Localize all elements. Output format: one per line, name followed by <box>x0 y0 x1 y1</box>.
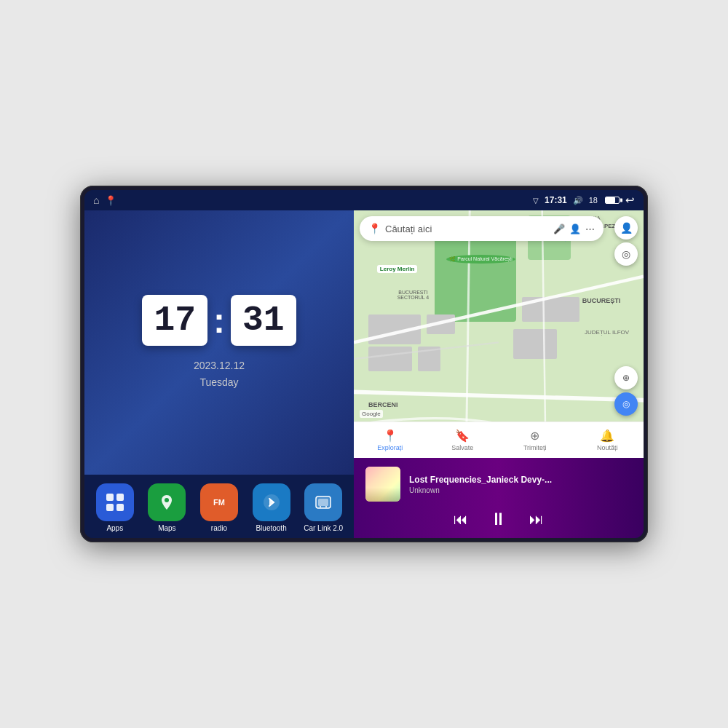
map-layers-btn[interactable]: ◎ <box>614 242 638 266</box>
svg-rect-3 <box>116 504 124 511</box>
apps-label: Apps <box>106 524 123 532</box>
map-nav-saved[interactable]: 🔖 Salvate <box>427 422 499 458</box>
status-left-icons: ⌂ 📍 <box>93 194 116 206</box>
music-controls: ⏮ ⏸ ⏭ <box>365 509 632 529</box>
map-search-extra[interactable]: ⋯ <box>585 223 595 234</box>
map-nav-news[interactable]: 🔔 Noutăți <box>571 422 644 458</box>
saved-icon: 🔖 <box>455 429 470 443</box>
car-head-unit: ⌂ 📍 ▽ 17:31 🔊 18 ↩ 17 <box>80 186 648 542</box>
carlink-icon <box>304 483 342 521</box>
clock-date: 2023.12.12 Tuesday <box>194 357 245 390</box>
music-info-row: Lost Frequencies_Janieck Devy-... Unknow… <box>365 467 632 502</box>
status-right-info: ▽ 17:31 🔊 18 ↩ <box>533 194 635 207</box>
share-icon: ⊕ <box>530 429 539 443</box>
svg-rect-0 <box>106 494 114 501</box>
map-nav-share[interactable]: ⊕ Trimiteți <box>499 422 571 458</box>
explore-icon: 📍 <box>383 429 397 443</box>
svg-rect-7 <box>318 499 328 506</box>
music-player: Lost Frequencies_Janieck Devy-... Unknow… <box>354 458 644 538</box>
clock-widget: 17 : 31 2023.12.12 Tuesday <box>84 210 354 475</box>
left-panel: 17 : 31 2023.12.12 Tuesday <box>84 210 354 538</box>
svg-point-4 <box>165 498 169 502</box>
volume-icon: 🔊 <box>573 196 583 205</box>
svg-rect-1 <box>116 494 124 501</box>
sector4-label: BUCUREȘTISECTORUL 4 <box>397 290 430 300</box>
battery-icon <box>605 197 620 204</box>
map-search-right-icons: 🎤 👤 ⋯ <box>553 223 595 234</box>
map-account-btn[interactable]: 👤 <box>614 216 638 240</box>
right-panel: TRAPEZULUI UZANA BERCENI BUCUREȘTI JUDEȚ… <box>354 210 644 538</box>
account-icon[interactable]: 👤 <box>569 223 581 234</box>
back-icon[interactable]: ↩ <box>625 194 635 207</box>
map-background: TRAPEZULUI UZANA BERCENI BUCUREȘTI JUDEȚ… <box>354 210 644 458</box>
clock-display: 17 : 31 <box>142 295 296 346</box>
news-icon: 🔔 <box>600 429 614 443</box>
main-content: 17 : 31 2023.12.12 Tuesday <box>84 210 644 538</box>
bluetooth-label: Bluetooth <box>256 524 286 532</box>
map-area[interactable]: TRAPEZULUI UZANA BERCENI BUCUREȘTI JUDEȚ… <box>354 210 644 458</box>
map-search-pin-icon: 📍 <box>368 223 381 234</box>
leroy-label: Leroy Merlin <box>377 265 418 273</box>
album-art-image <box>365 467 400 502</box>
radio-icon: FM <box>200 483 238 521</box>
svg-rect-2 <box>106 504 114 511</box>
map-controls: 👤 ◎ <box>614 216 638 266</box>
clock-hours: 17 <box>142 295 207 346</box>
apps-icon <box>96 483 134 521</box>
map-search-bar[interactable]: 📍 Căutați aici 🎤 👤 ⋯ <box>360 216 604 241</box>
app-item-carlink[interactable]: Car Link 2.0 <box>300 483 347 532</box>
music-artist: Unknown <box>409 486 632 494</box>
radio-label: radio <box>211 524 227 532</box>
music-title: Lost Frequencies_Janieck Devy-... <box>409 475 632 485</box>
music-details: Lost Frequencies_Janieck Devy-... Unknow… <box>409 475 632 494</box>
clock-separator: : <box>213 301 225 341</box>
map-nav-explore[interactable]: 📍 Explorați <box>354 422 427 458</box>
clock-minutes: 31 <box>231 295 296 346</box>
time-display: 17:31 <box>545 195 567 205</box>
carlink-label: Car Link 2.0 <box>304 524 343 532</box>
map-location-btn[interactable]: ◎ <box>614 392 638 416</box>
map-search-text: Căutați aici <box>385 223 549 234</box>
berceni-label: BERCENI <box>368 401 398 408</box>
app-item-radio[interactable]: FM radio <box>195 483 242 532</box>
apps-row: Apps Maps FM <box>84 475 354 538</box>
screen: ⌂ 📍 ▽ 17:31 🔊 18 ↩ 17 <box>84 190 644 538</box>
album-art <box>365 467 400 502</box>
map-compass-btn[interactable]: ⊕ <box>614 366 638 389</box>
prev-button[interactable]: ⏮ <box>454 511 468 528</box>
battery-level: 18 <box>589 196 598 205</box>
ilfov-label: JUDEȚUL ILFOV <box>585 329 629 336</box>
mic-icon[interactable]: 🎤 <box>553 223 565 234</box>
signal-icon: ▽ <box>533 197 539 205</box>
maps-pin-icon[interactable]: 📍 <box>105 195 116 206</box>
maps-icon <box>148 483 186 521</box>
next-button[interactable]: ⏭ <box>529 511 544 528</box>
status-bar: ⌂ 📍 ▽ 17:31 🔊 18 ↩ <box>84 190 644 210</box>
app-item-maps[interactable]: Maps <box>143 483 191 532</box>
google-logo: Google <box>360 410 383 418</box>
app-item-apps[interactable]: Apps <box>91 483 138 532</box>
maps-label: Maps <box>158 524 175 532</box>
bluetooth-icon-bg <box>253 483 290 521</box>
bucuresti-label: BUCUREȘTI <box>582 297 621 304</box>
map-bottom-nav: 📍 Explorați 🔖 Salvate ⊕ Trimiteți 🔔 <box>354 422 644 458</box>
play-pause-button[interactable]: ⏸ <box>490 509 507 529</box>
home-icon[interactable]: ⌂ <box>93 194 99 206</box>
app-item-bluetooth[interactable]: Bluetooth <box>248 483 295 532</box>
